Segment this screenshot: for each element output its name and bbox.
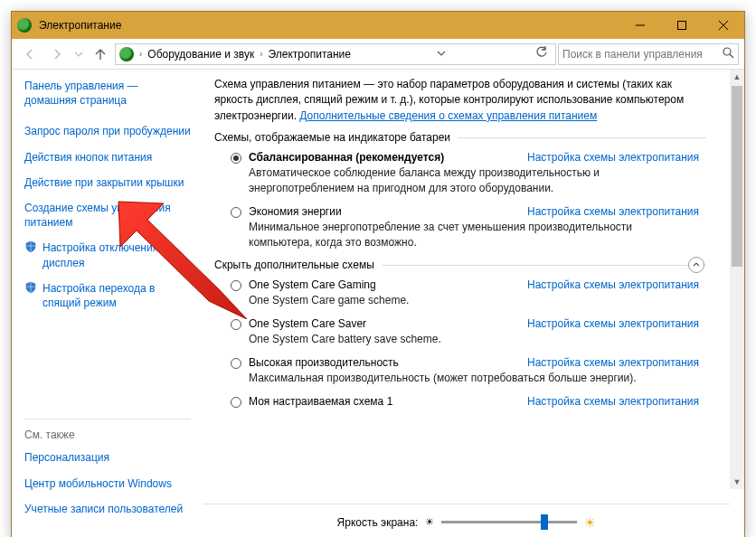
scroll-down-icon[interactable]: ▼ [730, 475, 744, 489]
plan-energy-saver[interactable]: Экономия энергии Настройка схемы электро… [231, 205, 724, 218]
maximize-button[interactable] [661, 12, 703, 39]
plan-settings-link[interactable]: Настройка схемы электропитания [527, 356, 699, 369]
sidebar-see-also-mobility[interactable]: Центр мобильности Windows [24, 476, 191, 491]
plan-settings-link[interactable]: Настройка схемы электропитания [527, 278, 699, 291]
nav-recent-dropdown[interactable] [71, 42, 86, 67]
sidebar-link-create-plan[interactable]: Создание схемы управления питанием [24, 201, 191, 230]
search-icon[interactable] [723, 47, 734, 61]
breadcrumb[interactable]: › Оборудование и звук › Электропитание [115, 43, 556, 65]
shield-icon [24, 281, 37, 294]
radio-energy-saver[interactable] [231, 207, 241, 218]
plan-settings-link[interactable]: Настройка схемы электропитания [527, 205, 699, 218]
sun-large-icon: ☀ [584, 515, 596, 530]
slider-thumb[interactable] [541, 514, 548, 530]
refresh-button[interactable] [532, 46, 552, 61]
collapse-button[interactable] [688, 257, 704, 273]
brightness-slider[interactable] [441, 521, 577, 523]
minimize-button[interactable] [619, 12, 661, 39]
plan-description: Максимальная производительность (может п… [249, 371, 724, 386]
nav-forward-button[interactable] [44, 42, 70, 67]
titlebar: Электропитание [12, 12, 744, 39]
search-placeholder: Поиск в панели управления [562, 48, 719, 61]
plan-description: Минимальное энергопотребление за счет ум… [249, 220, 724, 250]
plan-description: One System Care battery save scheme. [249, 332, 724, 347]
plan-osc-gaming[interactable]: One System Care Gaming Настройка схемы э… [231, 278, 724, 291]
sun-small-icon: ☀ [425, 516, 434, 528]
brightness-label: Яркость экрана: [337, 516, 419, 529]
sidebar-see-also-personalization[interactable]: Персонализация [24, 450, 191, 465]
breadcrumb-dropdown-icon[interactable] [433, 48, 449, 61]
brightness-bar: Яркость экрана: ☀ ☀ [203, 504, 730, 537]
radio-balanced[interactable] [231, 153, 241, 164]
plan-label: Сбалансированная (рекомендуется) [249, 151, 527, 164]
sidebar-link-display-off[interactable]: Настройка отключения дисплея [24, 240, 191, 269]
plan-settings-link[interactable]: Настройка схемы электропитания [527, 395, 699, 408]
plan-label: Экономия энергии [249, 205, 527, 218]
plan-settings-link[interactable]: Настройка схемы электропитания [527, 151, 699, 164]
shield-icon [24, 240, 37, 253]
radio-osc-saver[interactable] [231, 319, 241, 330]
plan-settings-link[interactable]: Настройка схемы электропитания [527, 317, 699, 330]
nav-back-button[interactable] [17, 42, 43, 67]
battery-plans-heading: Схемы, отображаемые на индикаторе батаре… [214, 131, 724, 144]
scroll-up-icon[interactable]: ▲ [730, 70, 744, 84]
plan-balanced[interactable]: Сбалансированная (рекомендуется) Настрой… [231, 151, 724, 164]
see-also-heading: См. также [24, 429, 191, 441]
plan-osc-saver[interactable]: One System Care Saver Настройка схемы эл… [231, 317, 724, 330]
sidebar-separator [24, 419, 191, 419]
breadcrumb-category[interactable]: Оборудование и звук [147, 48, 254, 61]
sidebar-link-sleep[interactable]: Настройка перехода в спящий режим [24, 281, 191, 310]
additional-plans-heading: Скрыть дополнительные схемы [214, 259, 724, 271]
radio-high-performance[interactable] [231, 358, 241, 369]
close-button[interactable] [703, 12, 744, 39]
breadcrumb-page[interactable]: Электропитание [269, 48, 351, 61]
control-panel-icon [119, 47, 134, 61]
svg-line-5 [730, 54, 733, 58]
scroll-thumb[interactable] [732, 86, 742, 267]
sidebar-home-link[interactable]: Панель управления — домашняя страница [24, 79, 191, 108]
radio-custom-1[interactable] [231, 397, 241, 408]
scrollbar[interactable]: ▲ ▼ [730, 70, 744, 489]
sidebar-link-power-buttons[interactable]: Действия кнопок питания [24, 150, 191, 165]
plan-description: One System Care game scheme. [249, 293, 724, 308]
chevron-right-icon[interactable]: › [258, 49, 264, 59]
chevron-right-icon[interactable]: › [137, 49, 144, 59]
plan-label: Моя настраиваемая схема 1 [249, 395, 527, 408]
search-input[interactable]: Поиск в панели управления [558, 43, 739, 65]
intro-text: Схема управления питанием — это набор па… [214, 77, 724, 124]
sidebar: Панель управления — домашняя страница За… [12, 70, 203, 537]
sidebar-link-password[interactable]: Запрос пароля при пробуждении [24, 124, 191, 138]
plan-label: One System Care Saver [249, 317, 527, 330]
sidebar-see-also-accounts[interactable]: Учетные записи пользователей [24, 502, 191, 516]
svg-point-4 [723, 48, 731, 55]
plan-label: Высокая производительность [249, 356, 527, 369]
navbar: › Оборудование и звук › Электропитание П… [12, 39, 744, 70]
more-info-link[interactable]: Дополнительные сведения о схемах управле… [299, 109, 597, 122]
plan-description: Автоматическое соблюдение баланса между … [249, 165, 724, 196]
power-app-icon [17, 18, 32, 33]
radio-osc-gaming[interactable] [231, 280, 241, 291]
nav-up-button[interactable] [88, 42, 113, 67]
window-title: Электропитание [39, 19, 619, 32]
plan-custom-1[interactable]: Моя настраиваемая схема 1 Настройка схем… [231, 395, 724, 408]
svg-rect-1 [678, 22, 686, 30]
main-content: Схема управления питанием — это набор па… [203, 70, 744, 537]
plan-label: One System Care Gaming [249, 278, 527, 291]
sidebar-link-lid-action[interactable]: Действие при закрытии крышки [24, 175, 191, 190]
plan-high-performance[interactable]: Высокая производительность Настройка схе… [231, 356, 724, 369]
